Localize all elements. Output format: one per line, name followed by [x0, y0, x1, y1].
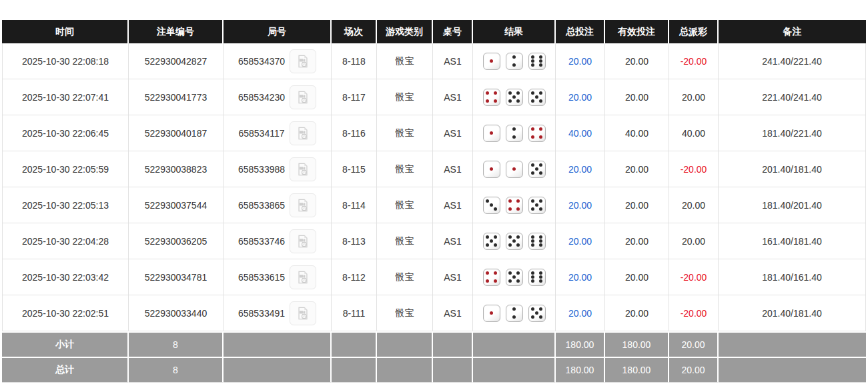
video-replay-button[interactable]: [290, 85, 316, 109]
round-id-cell: 658534230: [224, 79, 332, 115]
die-face-1: [483, 161, 500, 178]
footer-valid-bet-cell: 180.00: [605, 331, 669, 357]
die-face-1: [483, 125, 500, 142]
payout-cell: -20.00: [669, 259, 719, 295]
remark-cell: 161.40/181.40: [719, 223, 866, 259]
table-row: 2025-10-30 22:05:13522930037544658533865…: [2, 187, 866, 223]
round-id-text: 658534117: [238, 128, 284, 139]
table-no-cell: AS1: [433, 151, 473, 187]
dice-result: [473, 233, 555, 250]
game-type-cell: 骰宝: [377, 43, 433, 79]
subtotal-row: 小计8180.00180.0020.00: [2, 331, 866, 357]
footer-empty-round: [224, 357, 332, 383]
total-bet-cell: 20.00: [556, 43, 605, 79]
round-id-inner: 658534230: [238, 85, 316, 109]
remark-cell: 181.40/161.40: [719, 259, 866, 295]
die-face-5: [506, 269, 523, 286]
round-id-inner: 658534117: [238, 121, 316, 145]
video-replay-button[interactable]: [290, 121, 316, 145]
valid-bet-cell: 20.00: [605, 295, 669, 331]
table-row: 2025-10-30 22:04:28522930036205658533746…: [2, 223, 866, 259]
remark-cell: 221.40/241.40: [719, 79, 866, 115]
valid-bet-cell: 20.00: [605, 187, 669, 223]
round-id-inner: 658533615: [238, 265, 316, 289]
result-cell: [473, 151, 556, 187]
table-row: 2025-10-30 22:07:41522930041773658534230…: [2, 79, 866, 115]
video-replay-button[interactable]: [290, 49, 316, 73]
table-row: 2025-10-30 22:02:51522930033440658533491…: [2, 295, 866, 331]
time-cell: 2025-10-30 22:07:41: [2, 79, 129, 115]
footer-payout-cell: 20.00: [669, 357, 719, 383]
payout-cell: -20.00: [669, 43, 719, 79]
payout-cell: 20.00: [669, 187, 719, 223]
video-replay-button[interactable]: [290, 301, 316, 325]
die-face-3: [483, 197, 500, 214]
bet-id-cell: 522930034781: [129, 259, 224, 295]
die-face-6: [528, 53, 546, 70]
result-cell: [473, 295, 556, 331]
table-body: 2025-10-30 22:08:18522930042827658534370…: [2, 43, 866, 331]
footer-empty-game: [377, 357, 433, 383]
video-replay-button[interactable]: [290, 193, 316, 217]
footer-empty-remark: [719, 357, 866, 383]
time-cell: 2025-10-30 22:03:42: [2, 259, 129, 295]
column-header-table_no: 桌号: [433, 20, 473, 43]
column-header-round_id: 局号: [224, 20, 332, 43]
video-icon: [296, 90, 310, 105]
video-icon: [296, 162, 310, 177]
footer-empty-table: [433, 331, 473, 357]
session-cell: 8-113: [332, 223, 377, 259]
session-cell: 8-115: [332, 151, 377, 187]
session-cell: 8-116: [332, 115, 377, 151]
footer-empty-round: [224, 331, 332, 357]
session-cell: 8-117: [332, 79, 377, 115]
result-cell: [473, 223, 556, 259]
header-row: 时间注单编号局号场次游戏类别桌号结果总投注有效投注总派彩备注: [2, 20, 866, 43]
bet-id-cell: 522930036205: [129, 223, 224, 259]
table-header: 时间注单编号局号场次游戏类别桌号结果总投注有效投注总派彩备注: [2, 20, 866, 43]
die-face-1: [483, 305, 500, 322]
die-face-6: [528, 233, 546, 250]
round-id-cell: 658533615: [224, 259, 332, 295]
die-face-4: [483, 89, 500, 106]
footer-valid-bet-cell: 180.00: [605, 357, 669, 383]
table-footer: 小计8180.00180.0020.00总计8180.00180.0020.00: [2, 331, 866, 383]
grand-total-row: 总计8180.00180.0020.00: [2, 357, 866, 383]
footer-total-bet-cell: 180.00: [556, 331, 605, 357]
round-id-inner: 658533746: [238, 229, 316, 253]
session-cell: 8-114: [332, 187, 377, 223]
round-id-text: 658533865: [238, 200, 285, 211]
total-bet-cell: 20.00: [556, 187, 605, 223]
table-no-cell: AS1: [433, 223, 473, 259]
valid-bet-cell: 20.00: [605, 151, 669, 187]
column-header-game_type: 游戏类别: [377, 20, 433, 43]
footer-total-bet-cell: 180.00: [556, 357, 605, 383]
round-id-text: 658534230: [238, 92, 285, 103]
total-bet-cell: 20.00: [556, 259, 605, 295]
column-header-result: 结果: [473, 20, 556, 43]
dice-result: [473, 197, 555, 214]
game-type-cell: 骰宝: [377, 223, 433, 259]
column-header-bet_id: 注单编号: [129, 20, 224, 43]
footer-empty-table: [433, 357, 473, 383]
game-type-cell: 骰宝: [377, 151, 433, 187]
table-row: 2025-10-30 22:03:42522930034781658533615…: [2, 259, 866, 295]
table-no-cell: AS1: [433, 187, 473, 223]
video-replay-button[interactable]: [290, 157, 316, 181]
die-face-2: [506, 125, 523, 142]
dice-result: [473, 161, 555, 178]
die-face-6: [528, 269, 546, 286]
die-face-4: [528, 125, 546, 142]
time-cell: 2025-10-30 22:06:45: [2, 115, 129, 151]
column-header-payout: 总派彩: [669, 20, 719, 43]
round-id-text: 658533615: [238, 272, 285, 283]
total-bet-cell: 20.00: [556, 151, 605, 187]
result-cell: [473, 187, 556, 223]
time-cell: 2025-10-30 22:05:59: [2, 151, 129, 187]
valid-bet-cell: 20.00: [605, 43, 669, 79]
video-replay-button[interactable]: [290, 265, 316, 289]
die-face-1: [483, 53, 500, 70]
footer-label-cell: 总计: [2, 357, 129, 383]
table-row: 2025-10-30 22:06:45522930040187658534117…: [2, 115, 866, 151]
video-replay-button[interactable]: [290, 229, 316, 253]
